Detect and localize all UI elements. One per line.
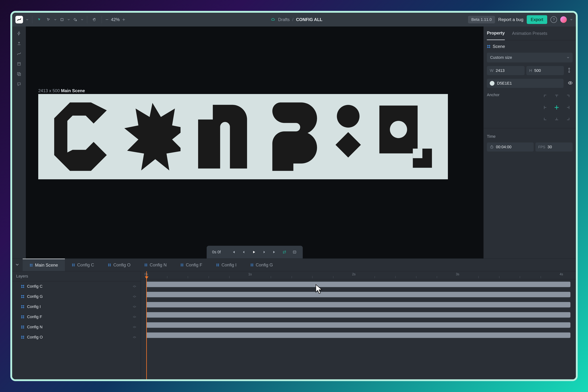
track-bar[interactable] <box>146 292 571 297</box>
layer-row[interactable]: Config O <box>12 332 141 342</box>
play-button[interactable] <box>251 249 257 255</box>
height-field[interactable]: H 500 <box>526 66 564 75</box>
track-bar[interactable] <box>146 302 571 308</box>
curve-icon[interactable] <box>15 49 23 58</box>
scene-tab[interactable]: Config N <box>137 258 174 271</box>
layer-row[interactable]: Config C <box>12 281 141 292</box>
frame-icon[interactable] <box>15 60 23 68</box>
anchor-tc[interactable] <box>552 92 562 102</box>
keyframe-icon[interactable] <box>132 284 137 288</box>
width-field[interactable]: W 2413 <box>487 66 525 75</box>
keyframe-icon[interactable] <box>132 325 137 329</box>
track-row[interactable] <box>141 310 576 320</box>
keyframe-icon[interactable] <box>132 315 137 319</box>
scene-section-label: Scene <box>493 44 505 49</box>
keyframe-icon[interactable] <box>132 294 137 299</box>
layer-row[interactable]: Config I <box>12 302 141 312</box>
anchor-mr[interactable] <box>563 102 573 112</box>
frame-back-button[interactable] <box>241 249 246 255</box>
track-row[interactable] <box>141 290 576 300</box>
track-bar[interactable] <box>146 282 571 287</box>
svg-rect-1 <box>17 62 20 65</box>
svg-rect-3 <box>17 72 20 75</box>
anchor-ml[interactable] <box>541 102 551 112</box>
anchor-br[interactable] <box>563 113 573 124</box>
tab-property[interactable]: Property <box>487 26 505 40</box>
link-dimensions-icon[interactable] <box>566 68 573 74</box>
track-row[interactable] <box>141 300 576 310</box>
skip-start-button[interactable] <box>231 249 236 255</box>
scene-tab[interactable]: Config C <box>65 258 101 271</box>
playhead[interactable] <box>146 271 147 379</box>
anchor-bl[interactable] <box>541 113 551 124</box>
user-menu-chevron-icon[interactable] <box>570 18 573 21</box>
scene-tab[interactable]: Config I <box>209 258 243 271</box>
canvas-area[interactable]: 2413 x 500 Main Scene 0s 0f <box>26 26 483 258</box>
svg-point-31 <box>136 337 136 338</box>
track-row[interactable] <box>141 320 576 330</box>
background-color-field[interactable]: D5E1E1 <box>487 79 564 88</box>
app-window: − 42% + Drafts / CONFIG ALL Beta 1.11.0 … <box>10 11 578 381</box>
track-bar[interactable] <box>146 332 571 338</box>
pen-tool-chevron-icon[interactable] <box>54 18 56 21</box>
svg-point-19 <box>136 296 136 297</box>
scene-tab[interactable]: Config F <box>174 258 209 271</box>
tab-animation-presets[interactable]: Animation Presets <box>512 27 547 40</box>
zoom-controls: − 42% + <box>106 17 125 22</box>
breadcrumb-parent[interactable]: Drafts <box>278 17 290 22</box>
fullscreen-button[interactable] <box>292 249 297 255</box>
help-icon[interactable]: ? <box>551 16 557 23</box>
tracks-column[interactable]: 0s1s2s3s4s <box>141 271 576 379</box>
logo-menu-chevron-icon[interactable] <box>26 18 28 21</box>
move-tool[interactable] <box>36 16 43 23</box>
artboard[interactable] <box>38 94 448 179</box>
library-icon[interactable] <box>15 70 23 78</box>
loop-button[interactable] <box>282 249 287 255</box>
keyframe-icon[interactable] <box>132 304 137 309</box>
report-bug-link[interactable]: Report a bug <box>498 17 524 22</box>
user-avatar[interactable] <box>560 16 567 23</box>
scene-tab[interactable]: Main Scene <box>23 258 65 271</box>
svg-rect-4 <box>18 73 20 76</box>
zoom-in-button[interactable]: + <box>122 17 125 22</box>
zoom-level[interactable]: 42% <box>111 17 120 22</box>
height-label: H <box>529 68 532 73</box>
zoom-out-button[interactable]: − <box>106 17 108 22</box>
track-row[interactable] <box>141 279 576 290</box>
layer-row[interactable]: Config N <box>12 322 141 332</box>
hand-tool[interactable] <box>91 16 98 23</box>
svg-point-12 <box>570 82 571 84</box>
shape-tool-chevron-icon[interactable] <box>67 18 70 21</box>
track-bar[interactable] <box>146 312 571 318</box>
track-row[interactable] <box>141 330 576 340</box>
frame-forward-button[interactable] <box>261 249 267 255</box>
size-mode-select[interactable]: Custom size <box>487 53 573 62</box>
export-button[interactable]: Export <box>527 15 547 24</box>
timeline-collapse-button[interactable] <box>15 263 23 267</box>
layer-row[interactable]: Config G <box>12 292 141 302</box>
app-logo[interactable] <box>15 16 23 24</box>
comment-icon[interactable] <box>15 80 23 88</box>
flash-icon[interactable] <box>15 29 23 38</box>
anchor-center[interactable] <box>552 102 562 112</box>
keyframe-icon[interactable] <box>132 335 137 339</box>
document-name[interactable]: CONFIG ALL <box>296 17 322 22</box>
anchor-bc[interactable] <box>552 113 562 124</box>
fill-tool-chevron-icon[interactable] <box>81 18 83 21</box>
anchor-tr[interactable] <box>563 92 573 102</box>
visibility-toggle-icon[interactable] <box>566 80 573 86</box>
scene-tab[interactable]: Config G <box>243 258 280 271</box>
track-bar[interactable] <box>146 322 571 328</box>
anchor-tl[interactable] <box>541 92 551 102</box>
shape-tool[interactable] <box>58 16 66 23</box>
time-ruler[interactable]: 0s1s2s3s4s <box>141 271 576 279</box>
export-icon[interactable] <box>15 39 23 48</box>
pen-tool[interactable] <box>45 16 52 23</box>
glyph-i <box>335 101 362 172</box>
scene-tab[interactable]: Config O <box>101 258 137 271</box>
duration-field[interactable]: 00:04:00 <box>487 142 534 152</box>
fill-tool[interactable] <box>72 16 79 23</box>
fps-field[interactable]: FPS 30 <box>535 142 573 152</box>
skip-end-button[interactable] <box>271 249 277 255</box>
layer-row[interactable]: Config F <box>12 312 141 322</box>
